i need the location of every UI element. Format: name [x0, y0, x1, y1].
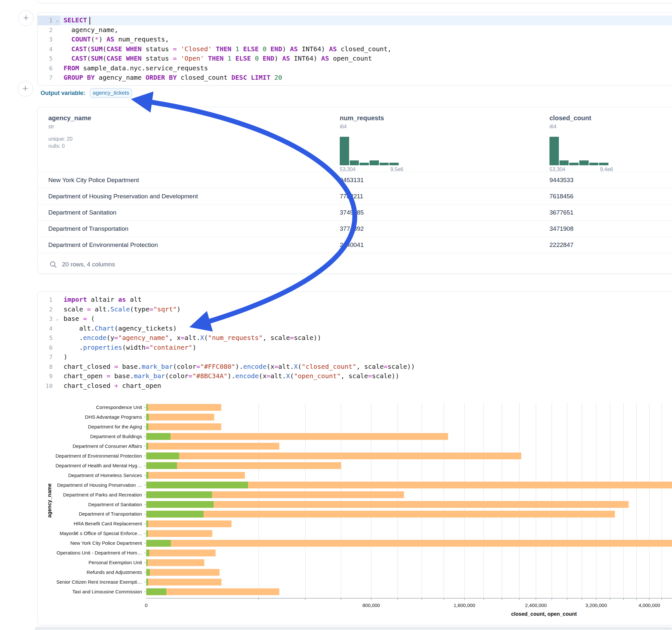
search-icon[interactable]	[50, 261, 57, 268]
code-line-5[interactable]: 5 CAST(SUM(CASE WHEN status = 'Open' THE…	[38, 54, 672, 64]
code-token: )	[177, 305, 181, 313]
code-line-7[interactable]: 7GROUP BY agency_name ORDER BY closed_co…	[38, 73, 672, 83]
output-variable-pill[interactable]: agency_tickets	[90, 88, 132, 98]
code-token: =	[290, 334, 294, 342]
code-token: (y	[106, 334, 114, 342]
code-token: closed_count	[177, 74, 232, 81]
code-token: X	[286, 372, 290, 380]
add-cell-button[interactable]: +	[18, 10, 34, 26]
code-line-1[interactable]: 1⌄SELECT	[38, 16, 672, 25]
column-header-closed_count[interactable]: closed_count i64 53,304 9.4e6	[549, 114, 672, 172]
python-editor[interactable]: 1import altair as alt2scale = alt.Scale(…	[38, 292, 672, 390]
code-token	[259, 45, 263, 53]
code-token: as	[118, 295, 126, 303]
bar-open	[146, 569, 150, 576]
bar-open	[146, 491, 212, 498]
code-token: LIMIT	[251, 74, 270, 81]
line-gutter: 9	[38, 371, 60, 381]
code-token	[204, 54, 208, 62]
code-token: open_count	[329, 54, 372, 62]
code-token: CAST	[71, 45, 87, 53]
table-row[interactable]: Department of Environmental Protection22…	[38, 237, 672, 253]
table-cell: 3774892	[340, 225, 549, 232]
code-token: =	[181, 334, 185, 342]
table-cell: Department of Transportation	[48, 225, 340, 232]
code-line-2[interactable]: 2 agency_name,	[38, 25, 672, 35]
code-token: status	[142, 45, 173, 53]
code-tokens: agency_name,	[60, 25, 118, 35]
code-line-6[interactable]: 6FROM sample_data.nyc.service_requests	[38, 64, 672, 73]
code-token: (type	[130, 305, 149, 313]
line-gutter: 4	[38, 324, 60, 334]
hist-min-label: 53,304	[340, 167, 356, 172]
code-line-6[interactable]: 6 .properties(width="container")	[38, 343, 672, 353]
code-line-3[interactable]: 3⌄base = (	[38, 314, 672, 324]
text-cursor	[90, 17, 90, 25]
table-footer: 20 rows, 4 columns	[38, 253, 672, 276]
table-row[interactable]: Department of Housing Preservation and D…	[38, 188, 672, 204]
bar-closed	[146, 423, 221, 430]
code-token: 1	[227, 54, 232, 62]
code-line-4[interactable]: 4 alt.Chart(agency_tickets)	[38, 324, 672, 334]
code-line-1[interactable]: 1import altair as alt	[38, 295, 672, 305]
code-token: agency_name	[95, 74, 146, 81]
column-name: agency_name	[48, 114, 340, 122]
code-tokens: GROUP BY agency_name ORDER BY closed_cou…	[60, 73, 282, 83]
code-token: altair	[87, 295, 118, 303]
table-cell: 7782211	[340, 193, 549, 200]
column-header-num_requests[interactable]: num_requests i64 53,304 9.5e6	[340, 114, 549, 172]
code-token: ).	[235, 363, 243, 370]
code-token	[177, 54, 181, 62]
code-token: GROUP BY	[64, 74, 95, 81]
fold-chevron-icon[interactable]: ⌄	[54, 314, 60, 324]
code-line-2[interactable]: 2scale = alt.Scale(type="sqrt")	[38, 305, 672, 314]
fold-chevron-icon[interactable]: ⌄	[54, 16, 60, 25]
code-token: Chart	[95, 324, 114, 332]
bar-open	[146, 579, 148, 586]
code-line-5[interactable]: 5 .encode(y="agency_name", x=alt.X("num_…	[38, 333, 672, 343]
code-token: (	[91, 35, 95, 43]
histogram-bar	[599, 163, 608, 165]
altair-chart: Correspondence UnitDHS Advantage Program…	[38, 401, 672, 619]
code-token: COUNT	[71, 35, 91, 43]
code-token: base.	[111, 372, 134, 380]
add-cell-button[interactable]: +	[18, 81, 33, 97]
table-row[interactable]: Department of Transportation377489234719…	[38, 220, 672, 237]
bar-closed	[146, 414, 214, 421]
bar-open	[146, 443, 148, 450]
sql-editor[interactable]: 1⌄SELECT2 agency_name,3 COUNT(*) AS num_…	[38, 13, 672, 83]
line-gutter: 7	[38, 352, 60, 362]
code-line-8[interactable]: 8chart_closed = base.mark_bar(color="#FF…	[38, 362, 672, 372]
line-number: 5	[38, 333, 54, 343]
code-token: INT64)	[298, 45, 329, 53]
code-token: alt.	[278, 363, 294, 370]
category-label: Department of Homeless Services	[68, 472, 142, 478]
code-line-10[interactable]: 10chart_closed + chart_open	[38, 381, 672, 391]
code-token: THEN	[208, 54, 224, 62]
x-tick-label: 0	[145, 602, 147, 608]
code-token: (	[102, 45, 106, 53]
table-row[interactable]: Department of Sanitation37494853677651	[38, 204, 672, 220]
bar-open	[146, 520, 148, 527]
line-number: 6	[38, 64, 54, 73]
table-cell: 3677651	[549, 209, 672, 216]
code-token: , x	[169, 334, 181, 342]
code-token: chart_open	[64, 372, 106, 380]
code-token: )	[99, 35, 106, 43]
table-row[interactable]: New York City Police Department945313194…	[38, 172, 672, 188]
code-line-9[interactable]: 9chart_open = base.mark_bar(color="#8BC3…	[38, 371, 672, 381]
column-header-agency_name[interactable]: agency_name strunique: 20nulls: 0	[48, 114, 340, 172]
output-variable-label: Output variable:	[41, 90, 85, 97]
column-dtype: str	[48, 124, 340, 130]
code-line-3[interactable]: 3 COUNT(*) AS num_requests,	[38, 35, 672, 44]
category-label: Department of Housing Preservation …	[57, 482, 142, 488]
code-token	[232, 54, 235, 62]
code-token: =	[83, 315, 87, 322]
code-token: WHEN	[126, 45, 142, 53]
code-tokens: import altair as alt	[60, 295, 142, 305]
code-line-7[interactable]: 7)	[38, 352, 672, 362]
bar-closed	[146, 501, 628, 508]
category-label: Department of Health and Mental Hyg…	[55, 463, 142, 468]
code-tokens: chart_closed + chart_open	[60, 381, 161, 391]
code-line-4[interactable]: 4 CAST(SUM(CASE WHEN status = 'Closed' T…	[38, 44, 672, 54]
